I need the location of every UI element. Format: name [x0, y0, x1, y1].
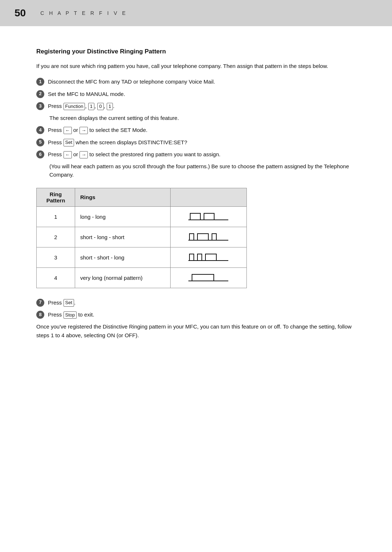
step-3: 3 Press Function, 1, 0, 1.: [36, 102, 356, 110]
set-key-7: Set: [64, 299, 74, 306]
table-row-3: 3 short - short - long: [37, 247, 247, 267]
rings-2: short - long - short: [75, 227, 171, 247]
step-num-8: 8: [36, 311, 44, 319]
key-1b: 1: [107, 103, 113, 110]
step-8: 8 Press Stop to exit.: [36, 310, 356, 319]
rings-1: long - long: [75, 206, 171, 227]
step-content-5: Press Set when the screen displays DISTI…: [48, 138, 187, 146]
step-6: 6 Press ← or → to select the prestored r…: [36, 150, 356, 158]
key-0: 0: [97, 103, 103, 110]
intro-text: If you are not sure which ring pattern y…: [36, 62, 356, 70]
page: 50 C H A P T E R F I V E Registering you…: [0, 0, 392, 552]
step-num-3: 3: [36, 102, 44, 110]
step-num-1: 1: [36, 78, 44, 86]
step-num-2: 2: [36, 90, 44, 98]
content-area: Registering your Distinctive Ringing Pat…: [0, 26, 392, 369]
step-content-6: Press ← or → to select the prestored rin…: [48, 150, 220, 158]
step-num-5: 5: [36, 138, 44, 146]
outro-text: Once you've registered the Distinctive R…: [36, 322, 356, 340]
chapter-title: C H A P T E R F I V E: [40, 10, 127, 16]
step-4: 4 Press ← or → to select the SET Mode.: [36, 126, 356, 134]
diagram-1: [170, 206, 246, 227]
step-content-4: Press ← or → to select the SET Mode.: [48, 126, 147, 134]
arrow-left-key-4: ←: [64, 127, 72, 134]
col-header-diagram: [170, 188, 246, 206]
arrow-right-key-6: →: [79, 151, 88, 158]
pattern-4: 4: [37, 267, 75, 288]
step-content-7: Press Set.: [48, 298, 75, 307]
rings-3: short - short - long: [75, 247, 171, 267]
step-num-4: 4: [36, 126, 44, 134]
step-3-sub: The screen displays the current setting …: [49, 114, 356, 122]
pattern-2: 2: [37, 227, 75, 247]
section-heading: Registering your Distinctive Ringing Pat…: [36, 48, 356, 55]
stop-key-8: Stop: [64, 311, 77, 319]
step-num-7: 7: [36, 299, 44, 307]
ring-svg-3: [187, 250, 230, 263]
col-header-pattern: RingPattern: [37, 188, 75, 206]
table-row-4: 4 very long (normal pattern): [37, 267, 247, 288]
ring-svg-2: [187, 230, 230, 243]
step-content-8: Press Stop to exit.: [48, 310, 94, 319]
step-content-2: Set the MFC to MANUAL mode.: [48, 90, 125, 98]
step-content-3: Press Function, 1, 0, 1.: [48, 102, 114, 110]
step-content-1: Disconnect the MFC from any TAD or telep…: [48, 77, 215, 86]
page-number: 50: [15, 7, 26, 19]
set-key-5: Set: [64, 139, 74, 146]
ring-pattern-table: RingPattern Rings 1 long - long: [36, 188, 247, 288]
key-1a: 1: [88, 103, 94, 110]
step-5: 5 Press Set when the screen displays DIS…: [36, 138, 356, 146]
function-key: Function: [64, 103, 85, 110]
step-2: 2 Set the MFC to MANUAL mode.: [36, 90, 356, 98]
table-row-2: 2 short - long - short: [37, 227, 247, 247]
rings-4: very long (normal pattern): [75, 267, 171, 288]
step-num-6: 6: [36, 150, 44, 158]
header-bar: 50 C H A P T E R F I V E: [0, 0, 392, 26]
diagram-3: [170, 247, 246, 267]
arrow-left-key-6: ←: [64, 151, 72, 158]
pattern-1: 1: [37, 206, 75, 227]
step-6-sub: (You will hear each pattern as you scrol…: [49, 162, 356, 179]
table-row-1: 1 long - long: [37, 206, 247, 227]
ring-svg-1: [187, 210, 230, 223]
step-7: 7 Press Set.: [36, 298, 356, 307]
pattern-3: 3: [37, 247, 75, 267]
arrow-right-key-4: →: [79, 127, 88, 134]
ring-svg-4: [187, 271, 230, 284]
diagram-4: [170, 267, 246, 288]
diagram-2: [170, 227, 246, 247]
col-header-rings: Rings: [75, 188, 171, 206]
step-1: 1 Disconnect the MFC from any TAD or tel…: [36, 77, 356, 86]
